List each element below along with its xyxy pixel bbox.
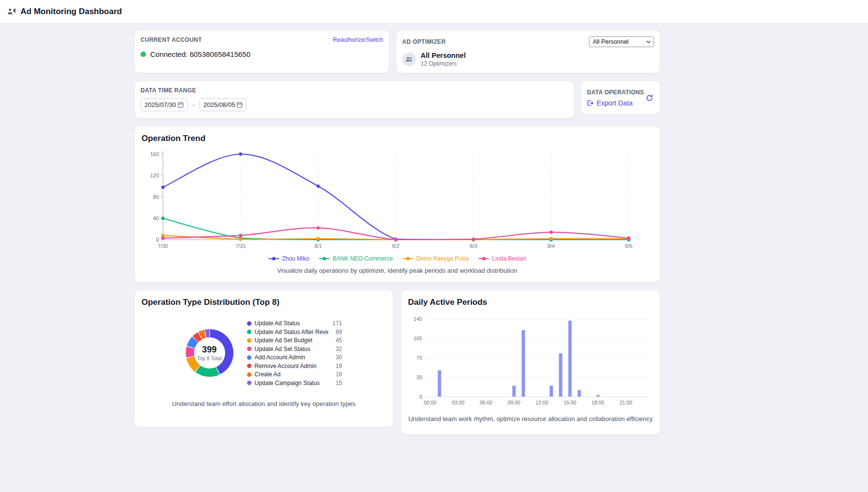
svg-text:105: 105 [413,335,422,341]
donut-center: 399 Top 8 Total [194,337,225,369]
legend-value: 19 [332,363,342,369]
daily-title: Daily Active Periods [408,298,654,307]
donut-chart[interactable]: 399 Top 8 Total [186,329,233,377]
data-time-range-label: DATA TIME RANGE [141,87,568,94]
svg-text:35: 35 [416,374,422,380]
distribution-legend-item[interactable]: Remove Account Admin19 [247,363,342,369]
legend-dot-icon [247,355,251,360]
legend-value: 69 [332,329,342,335]
reauthorize-switch-link[interactable]: Reauthorize/Switch [333,36,383,43]
svg-text:0: 0 [156,237,159,243]
distribution-legend-item[interactable]: Add Account Admin30 [247,354,342,361]
legend-dot-icon [247,330,251,334]
optimizer-name: All Personnel [421,52,466,59]
trend-legend-item[interactable]: Linda Bestari [478,255,526,262]
trend-legend-item[interactable]: BANK NEO Commerce [319,255,393,262]
ad-optimizer-label: AD OPTIMIZER [402,38,446,45]
optimizer-select[interactable]: All Personnel [589,36,654,47]
legend-label: Update Ad Set Status [255,346,328,352]
distribution-legend-item[interactable]: Update Ad Set Status32 [247,346,342,352]
legend-line-point-icon [403,257,413,261]
export-data-label: Export Data [597,99,633,107]
optimizer-subtitle: 12 Optimizers [421,60,466,67]
legend-value: 32 [332,346,342,352]
svg-text:140: 140 [413,316,422,322]
trend-legend-label: Zhou Miko [282,255,309,262]
end-date-input[interactable]: 2025/08/05 [199,98,247,111]
distribution-legend-item[interactable]: Update Ad Status171 [247,320,342,327]
start-date-input[interactable]: 2025/07/30 [141,98,188,111]
svg-text:80: 80 [153,194,159,200]
top-row: CURRENT ACCOUNT Reauthorize/Switch Conne… [135,31,660,73]
operation-trend-title: Operation Trend [142,134,654,143]
main-content: CURRENT ACCOUNT Reauthorize/Switch Conne… [135,23,660,435]
avatar [402,53,416,66]
distribution-legend-item[interactable]: Update Ad Set Budget45 [247,337,342,344]
legend-label: Update Campaign Status [255,380,328,387]
start-date-value: 2025/07/30 [144,101,176,108]
svg-text:12:00: 12:00 [535,400,548,405]
end-date-value: 2025/08/05 [203,101,235,108]
distribution-legend-item[interactable]: Update Ad Status After Review69 [247,329,342,335]
page-title: Ad Monitoring Dashboard [20,7,122,17]
current-account-card: CURRENT ACCOUNT Reauthorize/Switch Conne… [135,31,389,73]
dashboard-logo-icon [7,8,16,15]
svg-text:06:00: 06:00 [479,400,492,405]
daily-caption: Understand team work rhythm, optimize re… [407,415,654,422]
legend-value: 18 [332,371,342,378]
legend-label: Add Account Admin [255,354,328,361]
svg-text:0: 0 [419,394,422,400]
data-time-range-card: DATA TIME RANGE 2025/07/30 - 2025/08/05 [135,81,574,118]
legend-value: 15 [332,380,342,387]
legend-dot-icon [247,364,251,368]
legend-line-point-icon [268,257,279,261]
legend-label: Update Ad Status [255,320,328,327]
chevron-down-icon [646,40,651,43]
trend-legend-item[interactable]: Dinno Raeyga Putra [403,255,469,262]
trend-legend-label: Linda Bestari [492,255,526,262]
donut-total-value: 399 [202,345,216,355]
people-icon [405,55,413,63]
svg-text:21:00: 21:00 [620,400,632,405]
legend-dot-icon [247,321,251,326]
distribution-legend: Update Ad Status171Update Ad Status Afte… [247,320,342,387]
trend-legend: Zhou MikoBANK NEO CommerceDinno Raeyga P… [141,255,654,262]
date-range-separator: - [193,101,195,108]
daily-bar-chart[interactable]: 0357010514000:0003:0006:0009:0012:0015:0… [408,314,654,409]
legend-dot-icon [247,347,251,351]
connected-status-text: Connected: 605380658415650 [150,50,250,58]
legend-value: 171 [332,320,342,327]
distribution-caption: Understand team effort allocation and id… [141,400,387,407]
export-data-button[interactable]: Export Data [587,99,644,107]
calendar-icon [236,102,243,108]
svg-text:03:00: 03:00 [452,400,464,405]
refresh-button[interactable] [645,93,654,103]
legend-dot-icon [247,338,251,343]
distribution-legend-item[interactable]: Update Campaign Status15 [247,380,342,387]
optimizer-select-value: All Personnel [593,38,629,45]
svg-text:8/3: 8/3 [470,243,477,249]
trend-chart[interactable]: 040801201607/307/318/18/28/38/48/5 [146,149,638,253]
svg-text:120: 120 [150,173,159,178]
legend-dot-icon [247,372,251,377]
legend-value: 30 [332,354,342,361]
svg-text:160: 160 [150,151,159,157]
trend-caption: Visualize daily operations by optimizer,… [141,267,654,274]
distribution-title: Operation Type Distribution (Top 8) [142,298,387,307]
svg-text:70: 70 [416,355,422,361]
refresh-icon [646,94,653,102]
operation-type-distribution-card: Operation Type Distribution (Top 8) 399 … [135,290,393,427]
bottom-row: Operation Type Distribution (Top 8) 399 … [135,290,660,435]
distribution-legend-item[interactable]: Create Ad18 [247,371,342,378]
svg-text:8/1: 8/1 [315,243,322,249]
legend-value: 45 [332,337,342,344]
daily-active-periods-card: Daily Active Periods 0357010514000:0003:… [401,290,660,435]
svg-text:8/4: 8/4 [548,243,555,249]
current-account-label: CURRENT ACCOUNT [141,36,202,43]
trend-legend-item[interactable]: Zhou Miko [268,255,309,262]
legend-label: Remove Account Admin [255,363,328,369]
ad-optimizer-card: AD OPTIMIZER All Personnel All Personnel… [396,31,660,73]
legend-label: Update Ad Status After Review [255,329,328,335]
export-icon [587,100,594,106]
svg-text:40: 40 [153,215,159,221]
